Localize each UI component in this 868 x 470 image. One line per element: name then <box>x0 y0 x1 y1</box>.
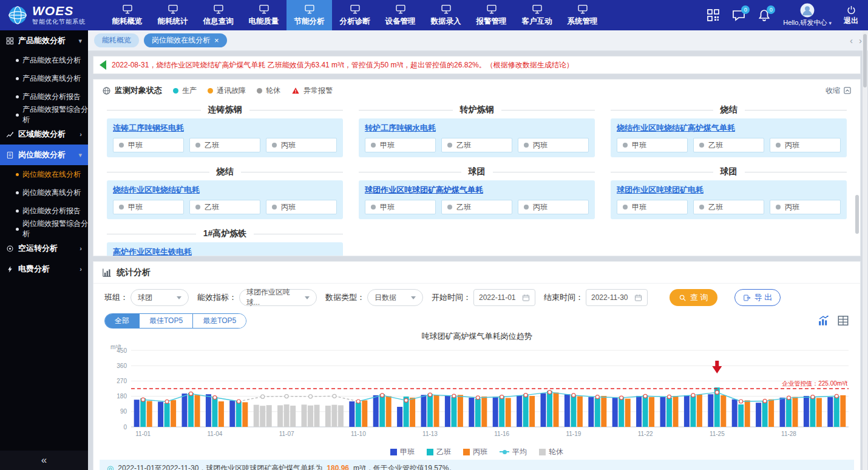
collapse-panel-button[interactable]: 收缩 <box>826 86 852 96</box>
shift-button-bing[interactable]: 丙班 <box>770 200 841 214</box>
user-menu[interactable]: Hello,研发中心 ▾ <box>783 3 832 27</box>
notification-bell-icon[interactable]: 0 <box>758 9 771 22</box>
close-icon[interactable]: × <box>214 36 219 44</box>
sidebar-section-region-efficiency[interactable]: 区域能效分析› <box>0 124 88 145</box>
shift-button-bing[interactable]: 丙班 <box>518 200 589 214</box>
card-title-link-selected[interactable]: 球团作业区吨球团矿高炉煤气单耗 <box>365 185 589 195</box>
start-date-input[interactable]: 2022-11-01 <box>473 289 535 306</box>
monitor-panel: 监测对象状态 生产 通讯故障 轮休 异常报警 收缩 连铸炼钢 连铸工序吨钢坯电耗 <box>93 79 861 256</box>
legend-average[interactable]: 平均 <box>500 447 527 457</box>
nav-item-alarm-management[interactable]: 报警管理 <box>469 0 514 30</box>
monitor-scrollbar[interactable] <box>855 195 859 234</box>
nav-item-data-entry[interactable]: 数据录入 <box>423 0 469 30</box>
shift-button-bing[interactable]: 丙班 <box>266 138 337 152</box>
sidebar-item-post-report[interactable]: 岗位能效分析报告 <box>0 202 88 220</box>
sidebar-section-electricity-fee[interactable]: 电费分析› <box>0 259 88 279</box>
sidebar-item-product-report[interactable]: 产品能效分析报告 <box>0 87 88 106</box>
shift-button-yi[interactable]: 乙班 <box>693 200 764 214</box>
shift-button-bing[interactable]: 丙班 <box>770 138 841 152</box>
shift-button-bing[interactable]: 丙班 <box>266 200 337 214</box>
export-button[interactable]: 导 出 <box>734 289 781 306</box>
nav-item-system-management[interactable]: 系统管理 <box>560 0 605 30</box>
svg-text:11-07: 11-07 <box>279 431 294 437</box>
legend-rest[interactable]: 轮休 <box>539 447 563 457</box>
card-title-link[interactable]: 连铸工序吨钢坯电耗 <box>113 123 337 133</box>
shift-button-jia[interactable]: 甲班 <box>113 138 184 152</box>
sidebar-section-product-efficiency[interactable]: 产品能效分析▾ <box>0 30 88 51</box>
shift-button-bing[interactable]: 丙班 <box>518 138 589 152</box>
table-view-icon[interactable] <box>837 315 849 327</box>
chevron-down-icon <box>305 296 310 299</box>
sidebar-item-post-offline[interactable]: 岗位能效离线分析 <box>0 183 88 202</box>
nav-item-customer-interaction[interactable]: 客户互动 <box>514 0 560 30</box>
nav-item-info-query[interactable]: 信息查询 <box>195 0 241 30</box>
avatar <box>800 3 815 18</box>
shift-button-yi[interactable]: 乙班 <box>189 200 260 214</box>
sidebar-item-product-online[interactable]: 产品能效在线分析 <box>0 51 88 69</box>
sidebar-collapse-button[interactable]: « <box>0 451 88 470</box>
tab-energy-overview[interactable]: 能耗概览 <box>94 33 139 47</box>
tab-post-efficiency-online[interactable]: 岗位能效在线分析× <box>144 33 227 47</box>
rest-swatch-icon <box>539 449 546 455</box>
globe-logo-icon <box>7 5 28 26</box>
sidebar-item-product-offline[interactable]: 产品能效离线分析 <box>0 69 88 87</box>
end-date-input[interactable]: 2022-11-30 <box>586 289 648 306</box>
tab-scroll-right-icon[interactable]: › <box>859 35 862 46</box>
sidebar-item-post-alarm[interactable]: 岗位能效报警综合分析 <box>0 220 88 238</box>
nav-item-energy-overview[interactable]: 能耗概览 <box>104 0 150 30</box>
legend-yiban[interactable]: 乙班 <box>427 447 451 457</box>
svg-text:11-01: 11-01 <box>135 431 151 437</box>
shift-button-jia[interactable]: 甲班 <box>365 138 436 152</box>
card-title-link[interactable]: 烧结作业区吨烧结矿电耗 <box>113 185 337 195</box>
chart-legend: 甲班 乙班 丙班 平均 轮休 <box>93 445 860 458</box>
shift-button-yi[interactable]: 乙班 <box>189 138 260 152</box>
legend-bingban[interactable]: 丙班 <box>463 447 487 457</box>
legend-jiaban[interactable]: 甲班 <box>390 447 415 457</box>
search-button[interactable]: 查 询 <box>670 289 717 306</box>
shift-button-jia[interactable]: 甲班 <box>617 200 688 214</box>
shift-button-yi[interactable]: 乙班 <box>693 138 764 152</box>
nav-item-power-quality[interactable]: 电能质量 <box>241 0 287 30</box>
scrollbar-thumb[interactable] <box>863 34 867 87</box>
shift-button-jia[interactable]: 甲班 <box>113 200 184 214</box>
card-title-link[interactable]: 高炉作业区吨生铁电耗 <box>113 247 337 256</box>
tab-scroll-left-icon[interactable]: ‹ <box>850 35 853 46</box>
sidebar-item-post-online[interactable]: 岗位能效在线分析 <box>0 165 88 183</box>
card-title-link[interactable]: 球团作业区吨球团矿电耗 <box>617 185 841 195</box>
status-dot-icon <box>195 205 200 209</box>
nav-item-energy-saving-analysis[interactable]: 节能分析 <box>287 0 332 30</box>
indicator-select[interactable]: 球团作业区吨球... <box>239 289 317 306</box>
shift-button-jia[interactable]: 甲班 <box>617 138 688 152</box>
summary-bar: ◎ 2022-11-01至2022-11-30，球团作业区吨球团矿高炉煤气单耗为… <box>100 460 854 470</box>
sidebar-section-idle-run[interactable]: 空运转分析› <box>0 238 88 259</box>
trend-chart-view-icon[interactable] <box>818 315 830 327</box>
alarm-banner: 2022-08-31，烧结作业区吨烧结矿高炉煤气单耗 乙班能效值为63.41 m… <box>93 56 861 74</box>
monitor-title: 监测对象状态 <box>115 85 162 96</box>
nav-item-analysis-diagnosis[interactable]: 分析诊断 <box>332 0 378 30</box>
nav-item-energy-statistics[interactable]: 能耗统计 <box>150 0 195 30</box>
trend-chart[interactable]: 090180270360450m³/t11-0111-0411-0711-101… <box>101 343 853 445</box>
status-dot-icon <box>776 143 781 148</box>
sidebar-section-post-efficiency[interactable]: 岗位能效分析▾ <box>0 145 88 165</box>
shift-group-select[interactable]: 球团 <box>131 289 189 306</box>
logout-button[interactable]: 退出 <box>844 5 858 26</box>
card-title-link[interactable]: 转炉工序吨钢水电耗 <box>365 123 589 133</box>
nav-item-device-management[interactable]: 设备管理 <box>378 0 423 30</box>
svg-text:180: 180 <box>117 393 127 400</box>
shift-button-yi[interactable]: 乙班 <box>441 200 512 214</box>
qr-code-icon[interactable] <box>707 9 720 22</box>
shift-button-jia[interactable]: 甲班 <box>365 200 436 214</box>
message-icon[interactable]: 0 <box>732 9 745 22</box>
shift-button-yi[interactable]: 乙班 <box>441 138 512 152</box>
sidebar-item-product-alarm[interactable]: 产品能效报警综合分析 <box>0 106 88 124</box>
card-title-link[interactable]: 烧结作业区吨烧结矿高炉煤气单耗 <box>617 123 841 133</box>
view-tab-worst-top5[interactable]: 最差TOP5 <box>192 314 246 328</box>
content-scrollbar[interactable] <box>863 30 867 470</box>
status-dot-icon <box>119 205 124 209</box>
status-dot-icon <box>371 143 376 148</box>
energy-overview-icon <box>121 4 134 15</box>
view-tab-best-top5[interactable]: 最佳TOP5 <box>139 314 192 328</box>
view-tab-all[interactable]: 全部 <box>105 314 139 328</box>
data-type-select[interactable]: 日数据 <box>367 289 423 306</box>
monitor-card: 连铸工序吨钢坯电耗 甲班 乙班 丙班 <box>107 118 343 157</box>
